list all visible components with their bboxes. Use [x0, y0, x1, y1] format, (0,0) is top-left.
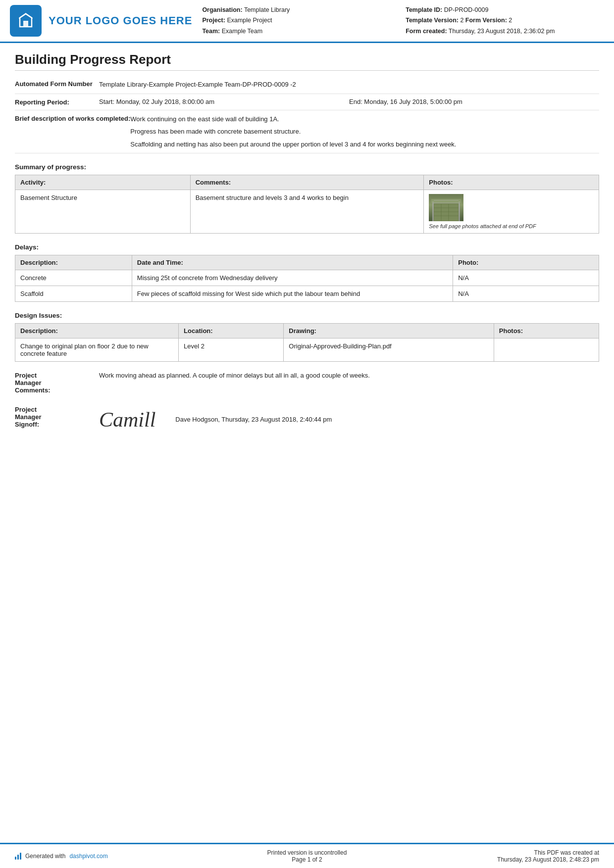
signature-text: Camill	[99, 408, 155, 431]
svg-rect-13	[431, 199, 461, 203]
brief-line-2: Progress has been made with concrete bas…	[130, 127, 599, 137]
signature-image: Camill	[99, 408, 155, 432]
summary-section-title: Summary of progress:	[15, 163, 599, 171]
delays-photo-1: N/A	[453, 270, 599, 286]
team-line: Team: Example Team	[202, 26, 396, 37]
delays-header-datetime: Date and Time:	[132, 255, 453, 270]
form-number-row: Automated Form Number Template Library-E…	[15, 76, 599, 94]
photo-cell: See full page photos attached at end of …	[429, 194, 594, 229]
delays-header-description: Description:	[15, 255, 132, 270]
template-id-line: Template ID: DP-PROD-0009	[406, 5, 599, 15]
pm-comments-label-text: ProjectManagerComments:	[15, 372, 51, 394]
summary-comments-1: Basement structure and levels 3 and 4 wo…	[190, 190, 424, 234]
bar-1	[15, 857, 16, 860]
pm-signoff-content: Camill	[99, 406, 155, 432]
summary-table: Activity: Comments: Photos: Basement Str…	[15, 175, 599, 234]
report-title: Building Progress Report	[15, 52, 599, 71]
pm-signoff-label-text: ProjectManagerSignoff:	[15, 406, 41, 428]
design-issues-header-row: Description: Location: Drawing: Photos:	[15, 324, 599, 338]
delays-datetime-1: Missing 25t of concrete from Wednesday d…	[132, 270, 453, 286]
brief-description-value: Work continuing on the east side wall of…	[130, 114, 599, 149]
building-svg	[431, 199, 461, 221]
delays-section-title: Delays:	[15, 243, 599, 251]
delays-row-2: Scaffold Few pieces of scaffold missing …	[15, 286, 599, 302]
pm-comments-row: ProjectManagerComments: Work moving ahea…	[15, 368, 599, 398]
design-header-location: Location:	[179, 324, 284, 338]
photo-caption: See full page photos attached at end of …	[429, 223, 536, 229]
brand-link[interactable]: dashpivot.com	[69, 853, 107, 860]
design-header-drawing: Drawing:	[284, 324, 494, 338]
summary-header-photos: Photos:	[424, 175, 599, 190]
summary-header-comments: Comments:	[190, 175, 424, 190]
svg-marker-1	[19, 13, 33, 19]
form-number-value: Template Library-Example Project-Example…	[99, 80, 599, 90]
brief-description-row: Brief description of works completed: Wo…	[15, 110, 599, 154]
delays-header-row: Description: Date and Time: Photo:	[15, 255, 599, 270]
delays-row-1: Concrete Missing 25t of concrete from We…	[15, 270, 599, 286]
reporting-period-label: Reporting Period:	[15, 98, 99, 106]
summary-header-activity: Activity:	[15, 175, 191, 190]
org-line: Organisation: Template Library	[202, 5, 396, 15]
pm-comments-value: Work moving ahead as planned. A couple o…	[99, 372, 599, 379]
summary-activity-1: Basement Structure	[15, 190, 191, 234]
design-desc-1: Change to original plan on floor 2 due t…	[15, 338, 179, 362]
page-label: Page 1 of 2	[209, 856, 404, 863]
design-issues-section-title: Design Issues:	[15, 312, 599, 319]
building-thumbnail	[429, 194, 463, 221]
logo-text: YOUR LOGO GOES HERE	[49, 14, 192, 27]
template-version-line: Template Version: 2 Form Version: 2	[406, 15, 599, 26]
pm-comments-label: ProjectManagerComments:	[15, 372, 99, 394]
header-template-info: Template ID: DP-PROD-0009 Template Versi…	[406, 5, 599, 37]
brief-line-1: Work continuing on the east side wall of…	[130, 114, 599, 124]
delays-datetime-2: Few pieces of scaffold missing for West …	[132, 286, 453, 302]
pm-signoff-row: ProjectManagerSignoff: Camill Dave Hodgs…	[15, 402, 599, 435]
logo-svg	[16, 11, 36, 31]
delays-header-photo: Photo:	[453, 255, 599, 270]
logo-section: YOUR LOGO GOES HERE	[10, 5, 192, 37]
brief-line-3: Scaffolding and netting has also been pu…	[130, 140, 599, 149]
svg-rect-9	[432, 201, 434, 221]
footer: Generated with dashpivot.com Printed ver…	[0, 843, 614, 868]
dashpivot-bar-icon	[15, 853, 21, 860]
project-line: Project: Example Project	[202, 15, 396, 26]
form-number-label: Automated Form Number	[15, 80, 99, 88]
design-drawing-1: Original-Approved-Building-Plan.pdf	[284, 338, 494, 362]
form-created-line: Form created: Thursday, 23 August 2018, …	[406, 26, 599, 37]
svg-rect-0	[23, 21, 28, 27]
pm-signoff-name: Dave Hodgson, Thursday, 23 August 2018, …	[175, 416, 332, 423]
design-issues-table: Description: Location: Drawing: Photos: …	[15, 323, 599, 362]
pm-signoff-name-area: Dave Hodgson, Thursday, 23 August 2018, …	[155, 406, 599, 423]
content: Building Progress Report Automated Form …	[0, 43, 614, 843]
reporting-period-values: Start: Monday, 02 July 2018, 8:00:00 am …	[99, 98, 599, 105]
pdf-created-label: This PDF was created at	[405, 849, 599, 856]
summary-header-row: Activity: Comments: Photos:	[15, 175, 599, 190]
delays-desc-1: Concrete	[15, 270, 132, 286]
footer-center: Printed version is uncontrolled Page 1 o…	[209, 849, 404, 863]
summary-photos-1: See full page photos attached at end of …	[424, 190, 599, 234]
bar-3	[20, 853, 21, 860]
delays-desc-2: Scaffold	[15, 286, 132, 302]
design-header-photos: Photos:	[494, 324, 599, 338]
brief-description-label: Brief description of works completed:	[15, 114, 130, 122]
header: YOUR LOGO GOES HERE Organisation: Templa…	[0, 0, 614, 43]
logo-icon	[10, 5, 42, 37]
design-location-1: Level 2	[179, 338, 284, 362]
pdf-created-value: Thursday, 23 August 2018, 2:48:23 pm	[405, 856, 599, 863]
generated-text: Generated with	[25, 853, 65, 860]
print-notice: Printed version is uncontrolled	[209, 849, 404, 856]
delays-photo-2: N/A	[453, 286, 599, 302]
footer-right: This PDF was created at Thursday, 23 Aug…	[405, 849, 599, 863]
pm-signoff-label: ProjectManagerSignoff:	[15, 406, 99, 428]
design-header-description: Description:	[15, 324, 179, 338]
footer-left: Generated with dashpivot.com	[15, 853, 209, 860]
bar-2	[17, 855, 19, 860]
svg-rect-10	[459, 201, 460, 221]
design-photos-1	[494, 338, 599, 362]
page: YOUR LOGO GOES HERE Organisation: Templa…	[0, 0, 614, 868]
svg-rect-2	[434, 204, 459, 221]
reporting-period-end: End: Monday, 16 July 2018, 5:00:00 pm	[349, 98, 599, 105]
header-org-info: Organisation: Template Library Project: …	[202, 5, 396, 37]
reporting-period-start: Start: Monday, 02 July 2018, 8:00:00 am	[99, 98, 349, 105]
design-issues-row-1: Change to original plan on floor 2 due t…	[15, 338, 599, 362]
reporting-period-row: Reporting Period: Start: Monday, 02 July…	[15, 94, 599, 110]
